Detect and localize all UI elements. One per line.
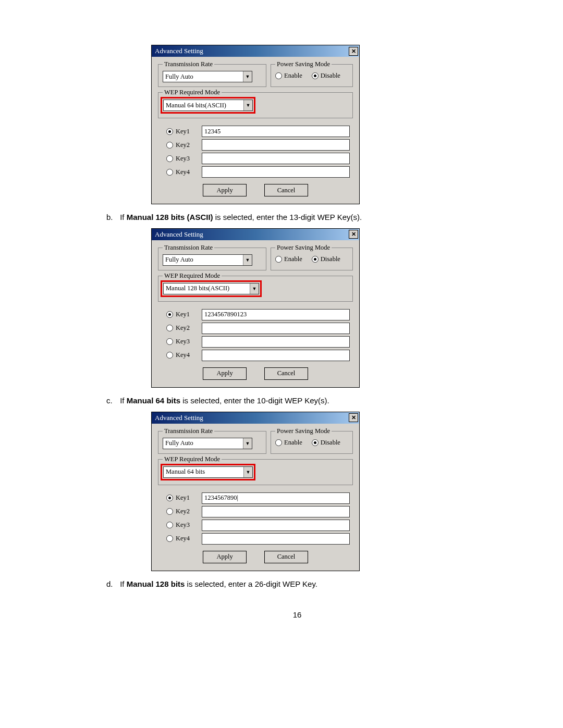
key3-input[interactable] [202,153,350,164]
transmission-rate-value: Fully Auto [163,438,243,449]
manual-page: Advanced Setting ✕ Transmission Rate Ful… [0,0,563,640]
transmission-rate-value: Fully Auto [163,71,243,82]
window-title: Advanced Setting [155,414,349,422]
key2-radio[interactable] [166,325,173,331]
transmission-rate-select[interactable]: Fully Auto ▼ [163,438,252,449]
key3-radio[interactable] [166,155,173,162]
wep-mode-value: Manual 64 bits [164,467,243,477]
advanced-setting-dialog-64-hex: Advanced Setting ✕ Transmission Rate Ful… [151,412,500,571]
key4-radio[interactable] [166,352,173,359]
wep-keys: Key11234567890123 Key2 Key3 Key4 [158,309,353,361]
power-enable-radio[interactable]: Enable [275,255,302,263]
key4-input[interactable] [202,350,350,361]
power-disable-radio[interactable]: Disable [312,439,340,447]
power-saving-group: Power Saving Mode Enable Disable [271,248,353,270]
key2-input[interactable] [202,323,350,334]
dialog-body: Transmission Rate Fully Auto ▼ Power Sav… [152,57,359,204]
titlebar: Advanced Setting ✕ [152,45,359,57]
key1-input[interactable]: 1234567890| [202,492,350,504]
transmission-rate-label: Transmission Rate [163,60,214,68]
transmission-rate-select[interactable]: Fully Auto ▼ [163,254,252,266]
key1-radio[interactable] [166,495,173,501]
wep-required-mode-label: WEP Required Mode [163,455,222,463]
power-saving-label: Power Saving Mode [275,244,332,252]
transmission-rate-group: Transmission Rate Fully Auto ▼ [158,248,266,270]
power-disable-radio[interactable]: Disable [312,255,340,263]
titlebar: Advanced Setting ✕ [152,412,359,424]
wep-required-mode-group: WEP Required Mode Manual 64 bits(ASCII) … [158,92,353,118]
key2-input[interactable] [202,139,350,151]
apply-button[interactable]: Apply [203,551,247,563]
cancel-button[interactable]: Cancel [264,367,308,380]
close-icon[interactable]: ✕ [349,47,358,56]
wep-mode-value: Manual 128 bits(ASCII) [164,283,250,294]
wep-mode-value: Manual 64 bits(ASCII) [164,100,243,110]
power-saving-label: Power Saving Mode [275,427,332,435]
chevron-down-icon: ▼ [243,438,252,449]
window-title: Advanced Setting [155,47,349,55]
chevron-down-icon: ▼ [243,467,252,477]
power-enable-radio[interactable]: Enable [275,72,302,80]
key1-input[interactable]: 1234567890123 [202,309,350,320]
transmission-rate-group: Transmission Rate Fully Auto ▼ [158,431,266,454]
key3-radio[interactable] [166,338,173,345]
key2-radio[interactable] [166,142,173,149]
cancel-button[interactable]: Cancel [264,184,308,196]
dialog-window: Advanced Setting ✕ Transmission Rate Ful… [151,412,360,571]
key3-input[interactable] [202,520,350,531]
dialog-window: Advanced Setting ✕ Transmission Rate Ful… [151,45,360,204]
instruction-c: c. If Manual 64 bits is selected, enter … [106,395,500,406]
wep-required-mode-group: WEP Required Mode Manual 128 bits(ASCII)… [158,276,353,302]
key1-radio[interactable] [166,311,173,318]
transmission-rate-label: Transmission Rate [163,244,214,252]
power-enable-radio[interactable]: Enable [275,439,302,447]
key4-input[interactable] [202,166,350,178]
wep-required-mode-label: WEP Required Mode [163,89,222,96]
key3-radio[interactable] [166,522,173,528]
wep-required-mode-group: WEP Required Mode Manual 64 bits ▼ [158,459,353,485]
close-icon[interactable]: ✕ [349,230,358,239]
chevron-down-icon: ▼ [243,71,252,82]
apply-button[interactable]: Apply [203,184,247,196]
key4-radio[interactable] [166,169,173,176]
transmission-rate-value: Fully Auto [163,255,243,265]
key2-input[interactable] [202,506,350,517]
wep-mode-select[interactable]: Manual 64 bits(ASCII) ▼ [163,100,253,111]
dialog-window: Advanced Setting ✕ Transmission Rate Ful… [151,228,360,388]
wep-mode-select[interactable]: Manual 64 bits ▼ [163,466,253,478]
power-disable-radio[interactable]: Disable [312,72,340,80]
wep-keys: Key11234567890| Key2 Key3 Key4 [158,492,353,545]
cancel-button[interactable]: Cancel [264,551,308,563]
wep-keys: Key112345 Key2 Key3 Key4 [158,126,353,178]
wep-required-mode-label: WEP Required Mode [163,272,222,280]
power-saving-group: Power Saving Mode Enable Disable [271,431,353,454]
chevron-down-icon: ▼ [243,100,252,110]
key1-input[interactable]: 12345 [202,126,350,137]
chevron-down-icon: ▼ [243,255,252,265]
key3-input[interactable] [202,336,350,348]
close-icon[interactable]: ✕ [349,413,358,422]
highlight-box: Manual 128 bits(ASCII) ▼ [161,280,262,297]
power-saving-group: Power Saving Mode Enable Disable [271,64,353,87]
page-number: 16 [94,610,500,619]
dialog-body: Transmission Rate Fully Auto ▼ Power Sav… [152,424,359,571]
dialog-body: Transmission Rate Fully Auto ▼ Power Sav… [152,240,359,387]
transmission-rate-select[interactable]: Fully Auto ▼ [163,71,252,82]
transmission-rate-group: Transmission Rate Fully Auto ▼ [158,64,266,87]
instruction-b: b. If Manual 128 bits (ASCII) is selecte… [106,212,500,223]
key4-radio[interactable] [166,535,173,542]
key4-input[interactable] [202,533,350,545]
apply-button[interactable]: Apply [203,367,247,380]
instruction-d: d. If Manual 128 bits is selected, enter… [106,578,500,590]
transmission-rate-label: Transmission Rate [163,427,214,435]
advanced-setting-dialog-64-ascii: Advanced Setting ✕ Transmission Rate Ful… [151,45,500,204]
window-title: Advanced Setting [155,230,349,239]
wep-mode-select[interactable]: Manual 128 bits(ASCII) ▼ [163,283,259,294]
titlebar: Advanced Setting ✕ [152,229,359,240]
power-saving-label: Power Saving Mode [275,60,332,68]
highlight-box: Manual 64 bits(ASCII) ▼ [161,97,255,114]
key2-radio[interactable] [166,508,173,515]
chevron-down-icon: ▼ [250,283,259,294]
advanced-setting-dialog-128-ascii: Advanced Setting ✕ Transmission Rate Ful… [151,228,500,388]
key1-radio[interactable] [166,128,173,135]
